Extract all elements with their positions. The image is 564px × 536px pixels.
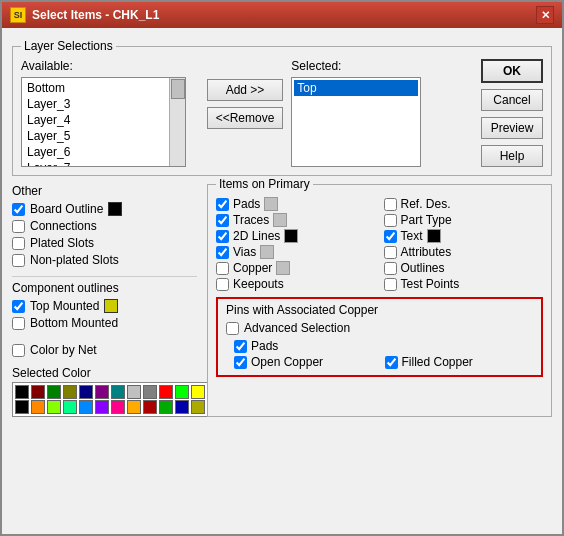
primary-item-checkbox[interactable] xyxy=(384,246,397,259)
pins-sub-checkbox[interactable] xyxy=(234,356,247,369)
advanced-selection-row: Advanced Selection xyxy=(226,321,533,335)
palette-color-cell[interactable] xyxy=(79,400,93,414)
palette-color-cell[interactable] xyxy=(175,385,189,399)
palette-color-cell[interactable] xyxy=(159,400,173,414)
primary-left-item-row: Vias xyxy=(216,245,376,259)
left-column: Other Board OutlineConnectionsPlated Slo… xyxy=(12,184,197,417)
primary-item-checkbox[interactable] xyxy=(216,262,229,275)
other-item-checkbox[interactable] xyxy=(12,254,25,267)
primary-item-checkbox[interactable] xyxy=(384,278,397,291)
layer-selections-label: Layer Selections xyxy=(21,39,116,53)
available-scrollbar[interactable] xyxy=(169,78,185,166)
palette-color-cell[interactable] xyxy=(127,385,141,399)
component-outline-checkbox[interactable] xyxy=(12,300,25,313)
primary-item-checkbox[interactable] xyxy=(384,262,397,275)
window-icon: SI xyxy=(10,7,26,23)
other-items: Board OutlineConnectionsPlated SlotsNon-… xyxy=(12,202,197,267)
available-label: Available: xyxy=(21,59,199,73)
other-item-label: Connections xyxy=(30,219,97,233)
primary-item-checkbox[interactable] xyxy=(384,214,397,227)
palette-color-cell[interactable] xyxy=(143,400,157,414)
available-list-items: BottomLayer_3Layer_4Layer_5Layer_6Layer_… xyxy=(24,80,183,167)
selected-list-items: Top xyxy=(294,80,418,96)
remove-button[interactable]: <<Remove xyxy=(207,107,284,129)
palette-color-cell[interactable] xyxy=(175,400,189,414)
pins-sub-label: Pads xyxy=(251,339,278,353)
pins-sub-checkbox[interactable] xyxy=(234,340,247,353)
component-outlines-section: Component outlines Top MountedBottom Mou… xyxy=(12,276,197,333)
other-item-row: Plated Slots xyxy=(12,236,197,250)
items-primary-group: Items on Primary PadsRef. Des.TracesPart… xyxy=(207,184,552,417)
title-bar: SI Select Items - CHK_L1 ✕ xyxy=(2,2,562,28)
add-button[interactable]: Add >> xyxy=(207,79,284,101)
other-item-checkbox[interactable] xyxy=(12,203,25,216)
selected-list-item[interactable]: Top xyxy=(294,80,418,96)
palette-color-cell[interactable] xyxy=(31,385,45,399)
available-list[interactable]: BottomLayer_3Layer_4Layer_5Layer_6Layer_… xyxy=(21,77,186,167)
pins-sub-item-row: Open Copper xyxy=(234,355,383,369)
color-by-net-checkbox[interactable] xyxy=(12,344,25,357)
primary-right-item-row: Ref. Des. xyxy=(384,197,544,211)
palette-color-cell[interactable] xyxy=(79,385,93,399)
primary-item-checkbox[interactable] xyxy=(384,230,397,243)
palette-color-cell[interactable] xyxy=(47,400,61,414)
primary-item-checkbox[interactable] xyxy=(384,198,397,211)
available-list-item[interactable]: Bottom xyxy=(24,80,183,96)
primary-item-label: Attributes xyxy=(401,245,452,259)
pins-sub-items: PadsOpen CopperFilled Copper xyxy=(226,339,533,369)
close-button[interactable]: ✕ xyxy=(536,6,554,24)
palette-color-cell[interactable] xyxy=(127,400,141,414)
ok-button[interactable]: OK xyxy=(481,59,543,83)
primary-item-label: Vias xyxy=(233,245,256,259)
palette-color-cell[interactable] xyxy=(63,385,77,399)
palette-color-cell[interactable] xyxy=(95,385,109,399)
primary-item-checkbox[interactable] xyxy=(216,198,229,211)
primary-item-checkbox[interactable] xyxy=(216,230,229,243)
available-list-item[interactable]: Layer_6 xyxy=(24,144,183,160)
primary-item-swatch xyxy=(427,229,441,243)
help-button[interactable]: Help xyxy=(481,145,543,167)
selected-color-section: Selected Color xyxy=(12,366,197,417)
selected-list[interactable]: Top xyxy=(291,77,421,167)
pins-copper-label: Pins with Associated Copper xyxy=(226,303,533,317)
palette-color-cell[interactable] xyxy=(191,385,205,399)
primary-right-item-row: Attributes xyxy=(384,245,544,259)
primary-item-checkbox[interactable] xyxy=(216,278,229,291)
component-outline-items: Top MountedBottom Mounted xyxy=(12,299,197,330)
primary-item-swatch xyxy=(260,245,274,259)
available-list-item[interactable]: Layer_3 xyxy=(24,96,183,112)
palette-color-cell[interactable] xyxy=(15,400,29,414)
palette-color-cell[interactable] xyxy=(95,400,109,414)
primary-item-label: Text xyxy=(401,229,423,243)
cancel-button[interactable]: Cancel xyxy=(481,89,543,111)
palette-color-cell[interactable] xyxy=(159,385,173,399)
available-list-item[interactable]: Layer_5 xyxy=(24,128,183,144)
available-list-item[interactable]: Layer_7 xyxy=(24,160,183,167)
pins-copper-box: Pins with Associated Copper Advanced Sel… xyxy=(216,297,543,377)
other-item-checkbox[interactable] xyxy=(12,237,25,250)
palette-color-cell[interactable] xyxy=(111,385,125,399)
palette-color-cell[interactable] xyxy=(31,400,45,414)
color-by-net-row: Color by Net xyxy=(12,343,197,357)
other-item-checkbox[interactable] xyxy=(12,220,25,233)
preview-button[interactable]: Preview xyxy=(481,117,543,139)
right-column: Items on Primary PadsRef. Des.TracesPart… xyxy=(207,184,552,417)
palette-color-cell[interactable] xyxy=(15,385,29,399)
palette-color-cell[interactable] xyxy=(47,385,61,399)
other-item-label: Board Outline xyxy=(30,202,103,216)
advanced-selection-checkbox[interactable] xyxy=(226,322,239,335)
primary-item-label: Part Type xyxy=(401,213,452,227)
available-list-item[interactable]: Layer_4 xyxy=(24,112,183,128)
palette-color-cell[interactable] xyxy=(143,385,157,399)
primary-item-checkbox[interactable] xyxy=(216,246,229,259)
palette-color-cell[interactable] xyxy=(191,400,205,414)
primary-item-label: Ref. Des. xyxy=(401,197,451,211)
palette-color-cell[interactable] xyxy=(63,400,77,414)
component-outline-checkbox[interactable] xyxy=(12,317,25,330)
primary-item-label: 2D Lines xyxy=(233,229,280,243)
palette-color-cell[interactable] xyxy=(111,400,125,414)
primary-item-checkbox[interactable] xyxy=(216,214,229,227)
color-by-net-label: Color by Net xyxy=(30,343,97,357)
primary-item-label: Keepouts xyxy=(233,277,284,291)
pins-sub-checkbox[interactable] xyxy=(385,356,398,369)
